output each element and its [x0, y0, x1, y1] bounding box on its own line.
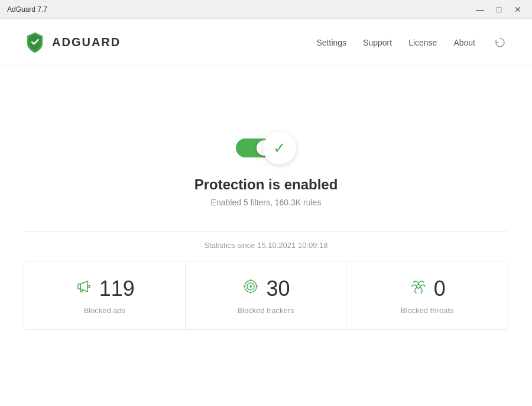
title-bar-controls: — □ ✕ — [473, 4, 525, 15]
title-bar-text: AdGuard 7.7 — [7, 5, 47, 14]
adguard-logo-icon — [24, 31, 46, 54]
protection-toggle-area: ✓ — [236, 131, 296, 165]
stat-blocked-trackers: 30 Blocked trackers — [186, 262, 347, 329]
megaphone-icon — [74, 277, 93, 300]
blocked-threats-count: 0 — [434, 276, 446, 301]
logo-text: ADGUARD — [52, 36, 121, 49]
target-icon — [241, 277, 260, 300]
checkmark-icon: ✓ — [273, 140, 286, 156]
svg-point-0 — [87, 285, 90, 288]
logo-area: ADGUARD — [24, 31, 121, 54]
stat-blocked-trackers-top: 30 — [241, 276, 290, 301]
blocked-threats-label: Blocked threats — [401, 306, 454, 315]
refresh-icon — [494, 37, 506, 49]
minimize-button[interactable]: — — [473, 4, 487, 15]
blocked-trackers-label: Blocked trackers — [237, 306, 294, 315]
blocked-trackers-count: 30 — [266, 276, 290, 301]
header: ADGUARD Settings Support License About — [0, 19, 532, 66]
svg-point-3 — [249, 285, 252, 288]
refresh-button[interactable] — [492, 34, 508, 51]
stat-blocked-ads: 119 Blocked ads — [24, 262, 186, 329]
stat-blocked-threats: 0 Blocked threats — [346, 262, 508, 329]
title-bar: AdGuard 7.7 — □ ✕ — [0, 0, 532, 19]
nav-area: Settings Support License About — [317, 34, 509, 51]
maximize-button[interactable]: □ — [492, 4, 506, 15]
check-circle: ✓ — [263, 131, 296, 165]
stats-grid: 119 Blocked ads — [24, 262, 508, 330]
blocked-ads-label: Blocked ads — [83, 306, 125, 315]
close-button[interactable]: ✕ — [511, 4, 525, 15]
stats-since-label: Statistics since 15.10.2021 10:09:18 — [24, 231, 508, 262]
protection-status-title: Protection is enabled — [194, 176, 338, 193]
nav-about[interactable]: About — [453, 38, 475, 47]
biohazard-icon — [409, 277, 428, 300]
stats-section: Statistics since 15.10.2021 10:09:18 — [0, 231, 532, 330]
app-window: ADGUARD Settings Support License About ✓ — [0, 19, 532, 406]
nav-support[interactable]: Support — [363, 38, 392, 47]
nav-settings[interactable]: Settings — [317, 38, 347, 47]
stat-blocked-threats-top: 0 — [409, 276, 446, 301]
nav-license[interactable]: License — [408, 38, 437, 47]
blocked-ads-count: 119 — [99, 276, 135, 301]
stat-blocked-ads-top: 119 — [74, 276, 135, 301]
main-content: ✓ Protection is enabled Enabled 5 filter… — [0, 66, 532, 406]
protection-status-detail: Enabled 5 filters, 160.3K rules — [211, 198, 322, 207]
